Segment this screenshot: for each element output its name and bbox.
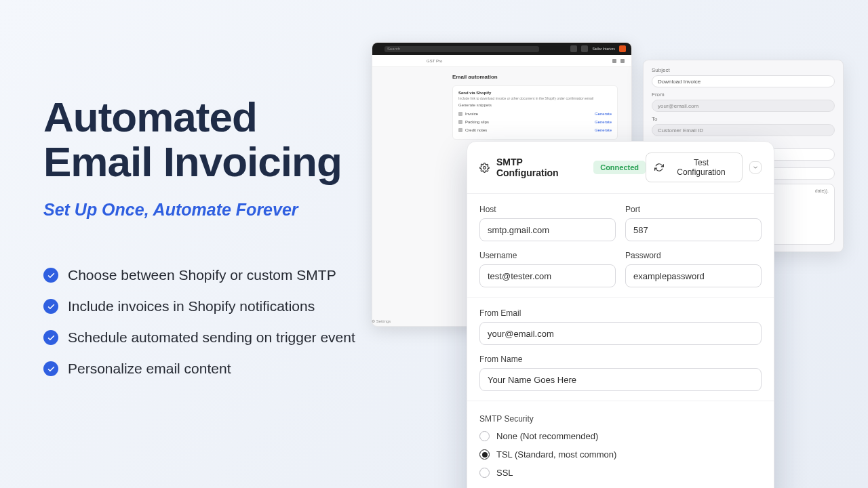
smtp-config-card: SMTP Configuration Connected Test Config… <box>467 141 774 488</box>
check-icon <box>43 299 58 314</box>
feature-item: Choose between Shopify or custom SMTP <box>43 267 423 283</box>
to-label: To <box>652 116 835 122</box>
feature-text: Schedule automated sending on trigger ev… <box>68 329 355 346</box>
feature-text: Include invoices in Shopify notification… <box>68 298 315 314</box>
snippet-name: Credit notes <box>465 128 487 132</box>
generate-link[interactable]: Generate <box>595 128 612 132</box>
doc-icon <box>458 112 462 116</box>
radio-icon <box>479 449 490 460</box>
snippet-name: Invoice <box>465 112 478 116</box>
from-email-label: From Email <box>479 308 762 318</box>
security-radio[interactable]: TSL (Standard, most common) <box>479 449 762 460</box>
security-radio[interactable]: SSL <box>479 468 762 478</box>
feature-text: Choose between Shopify or custom SMTP <box>68 267 336 283</box>
security-radio[interactable]: None (Not recommended) <box>479 431 762 441</box>
feature-text: Personalize email content <box>68 361 231 377</box>
doc-icon <box>458 120 462 124</box>
host-input[interactable] <box>479 218 616 241</box>
shopify-send-card: Send via Shopify Include link to downloa… <box>452 85 618 140</box>
radio-label: TSL (Standard, most common) <box>496 449 616 460</box>
from-label: From <box>652 92 835 98</box>
from-field[interactable]: your@email.com <box>652 100 835 112</box>
radio-label: SSL <box>496 468 513 478</box>
snippet-row: Credit notesGenerate <box>458 126 612 134</box>
test-configuration-button[interactable]: Test Configuration <box>646 152 743 182</box>
svg-point-0 <box>484 166 486 169</box>
from-name-input[interactable] <box>479 368 762 391</box>
crumb-icon <box>612 59 616 63</box>
radio-label: None (Not recommended) <box>496 431 598 441</box>
radio-icon <box>479 468 490 478</box>
feature-item: Schedule automated sending on trigger ev… <box>43 329 423 346</box>
status-badge: Connected <box>593 161 646 174</box>
port-input[interactable] <box>625 218 762 241</box>
subject-field[interactable]: Download Invoice <box>652 75 835 87</box>
marketing-block: AutomatedEmail Invoicing Set Up Once, Au… <box>43 95 423 392</box>
chevron-down-icon <box>752 164 759 171</box>
app-search: Search <box>384 46 539 52</box>
subheadline: Set Up Once, Automate Forever <box>43 200 423 220</box>
subject-label: Subject <box>652 67 835 73</box>
crumb-icon <box>620 59 625 63</box>
crumb-app-name: GST Pro <box>427 59 442 63</box>
password-label: Password <box>625 251 762 260</box>
from-name-label: From Name <box>479 354 762 364</box>
store-name: Stellar Interiors <box>592 47 615 51</box>
card-title: SMTP Configuration <box>496 157 587 178</box>
gear-icon <box>479 163 490 173</box>
generate-link[interactable]: Generate <box>595 120 612 124</box>
titlebar-icon <box>581 45 588 52</box>
app-crumb-bar: GST Pro <box>372 55 631 67</box>
store-avatar <box>619 45 626 52</box>
titlebar-icon <box>570 45 577 52</box>
generate-link[interactable]: Generate <box>595 112 612 116</box>
snippet-row: Packing slipsGenerate <box>458 118 612 126</box>
refresh-icon <box>654 163 664 172</box>
security-label: SMTP Security <box>479 414 534 424</box>
feature-item: Include invoices in Shopify notification… <box>43 298 423 314</box>
snippet-name: Packing slips <box>465 120 489 124</box>
expand-toggle[interactable] <box>749 161 762 174</box>
app-titlebar: Search Stellar Interiors <box>372 43 631 55</box>
section-title: Email automation <box>452 74 618 80</box>
to-field[interactable]: Customer Email ID <box>652 124 835 136</box>
username-input[interactable] <box>479 264 616 287</box>
from-email-input[interactable] <box>479 322 762 345</box>
port-label: Port <box>625 205 762 214</box>
username-label: Username <box>479 251 616 260</box>
feature-list: Choose between Shopify or custom SMTPInc… <box>43 267 423 377</box>
check-icon <box>43 361 58 376</box>
check-icon <box>43 268 58 283</box>
feature-item: Personalize email content <box>43 361 423 377</box>
check-icon <box>43 330 58 345</box>
doc-icon <box>458 128 462 132</box>
snippet-row: InvoiceGenerate <box>458 110 612 118</box>
host-label: Host <box>479 205 616 214</box>
radio-icon <box>479 431 490 441</box>
headline: AutomatedEmail Invoicing <box>43 95 423 184</box>
password-input[interactable] <box>625 264 762 287</box>
